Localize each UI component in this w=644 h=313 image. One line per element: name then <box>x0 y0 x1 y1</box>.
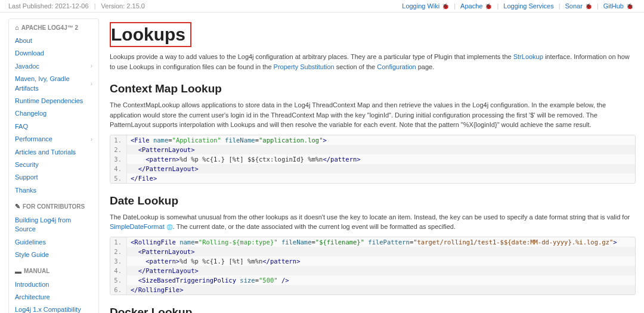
topbar-link[interactable]: Logging Wiki <box>402 2 439 10</box>
sidebar-item-label: Javadoc <box>15 62 39 71</box>
sidebar-item-label: FAQ <box>15 122 28 131</box>
code-line: 1.<RollingFile name="Rolling-${map:type}… <box>110 237 635 247</box>
version-label: Version: <box>101 2 125 10</box>
strlookup-link[interactable]: StrLookup <box>513 53 543 60</box>
sidebar-item[interactable]: Articles and Tutorials <box>15 146 92 159</box>
chevron-right-icon: › <box>91 62 92 70</box>
topbar-left: Last Published: 2021-12-06 | Version: 2.… <box>8 2 145 10</box>
line-number: 3. <box>110 256 127 266</box>
top-bar: Last Published: 2021-12-06 | Version: 2.… <box>0 0 644 13</box>
code-content: </PatternLayout> <box>127 266 202 275</box>
topbar-link[interactable]: Logging Services <box>503 2 553 10</box>
chevron-right-icon: › <box>91 80 92 88</box>
sidebar-item[interactable]: Support <box>15 171 92 184</box>
configuration-link[interactable]: Configuration <box>377 63 416 70</box>
version-value: 2.15.0 <box>126 2 145 10</box>
topbar-link[interactable]: GitHub <box>603 2 624 10</box>
book-icon: ▬ <box>15 268 21 275</box>
last-published-value: 2021-12-06 <box>55 2 88 10</box>
code-content: <SizeBasedTriggeringPolicy size="500" /> <box>127 275 293 285</box>
sidebar-item-label: Performance <box>15 135 52 144</box>
separator: | <box>94 2 96 10</box>
heading-context-map: Context Map Lookup <box>110 82 636 95</box>
last-published-label: Last Published: <box>8 2 53 10</box>
sidebar-item-label: About <box>15 36 32 45</box>
main-content: Lookups Lookups provide a way to add val… <box>110 18 636 313</box>
sidebar-item[interactable]: About <box>15 35 92 47</box>
sidebar-item-label: Changelog <box>15 109 47 118</box>
sidebar-item[interactable]: Maven, Ivy, Gradle Artifacts› <box>15 73 92 95</box>
context-map-paragraph: The ContextMapLookup allows applications… <box>110 100 636 130</box>
sidebar-item[interactable]: Security <box>15 159 92 171</box>
sidebar-section-contributors: ✎ FOR CONTRIBUTORS Building Log4j from S… <box>15 203 92 262</box>
code-content: <File name="Application" fileName="appli… <box>127 135 330 145</box>
sidebar-item[interactable]: Building Log4j from Source <box>15 214 92 236</box>
line-number: 1. <box>110 135 127 145</box>
sidebar-item-label: Log4j 1.x Compatibility <box>15 305 81 313</box>
line-number: 1. <box>110 237 127 247</box>
code-line: 4. </PatternLayout> <box>110 164 635 173</box>
separator: | <box>497 2 499 10</box>
page-title: Lookups <box>110 22 191 47</box>
sidebar-header-manual-label: MANUAL <box>24 268 49 274</box>
sidebar-item-label: Maven, Ivy, Gradle Artifacts <box>15 75 91 93</box>
sidebar-item-label: Architecture <box>15 293 50 302</box>
sidebar-item-label: Introduction <box>15 280 49 289</box>
bug-icon: 🐞 <box>442 3 449 10</box>
date-text-2: . The current date, or the date associat… <box>173 223 456 230</box>
sidebar-item-label: Articles and Tutorials <box>15 148 76 157</box>
code-line: 4. </PatternLayout> <box>110 266 635 275</box>
code-line: 2. <PatternLayout> <box>110 247 635 256</box>
sidebar-item-label: Download <box>15 49 44 58</box>
bug-icon: 🐞 <box>485 3 492 10</box>
sidebar-item[interactable]: FAQ <box>15 120 92 133</box>
sidebar-item[interactable]: Log4j 1.x Compatibility <box>15 303 92 313</box>
line-number: 5. <box>110 275 127 285</box>
date-text-1: The DateLookup is somewhat unusual from … <box>110 213 630 221</box>
line-number: 5. <box>110 173 127 183</box>
line-number: 4. <box>110 164 127 173</box>
sidebar-item-label: Thanks <box>15 186 36 195</box>
code-content: </PatternLayout> <box>127 164 202 173</box>
code-line: 3. <pattern>%d %p %c{1.} [%t] $${ctx:log… <box>110 154 635 164</box>
line-number: 4. <box>110 266 127 275</box>
sidebar-item-label: Support <box>15 173 38 182</box>
sidebar-item[interactable]: Changelog <box>15 107 92 120</box>
sidebar-item-label: Runtime Dependencies <box>15 97 83 106</box>
sidebar-item[interactable]: Performance› <box>15 133 92 145</box>
home-icon: ⌂ <box>15 24 19 31</box>
sidebar-item-label: Security <box>15 160 39 169</box>
topbar-link[interactable]: Sonar <box>565 2 583 10</box>
sidebar-item[interactable]: Download <box>15 47 92 60</box>
line-number: 2. <box>110 247 127 256</box>
sidebar-item[interactable]: Architecture <box>15 291 92 303</box>
code-line: 1.<File name="Application" fileName="app… <box>110 135 635 145</box>
sidebar-item[interactable]: Javadoc› <box>15 60 92 73</box>
code-line: 3. <pattern>%d %p %c{1.} [%t] %m%n</patt… <box>110 256 635 266</box>
code-content: </File> <box>127 173 160 183</box>
chevron-right-icon: › <box>91 135 92 144</box>
sidebar-header-contributors-label: FOR CONTRIBUTORS <box>23 203 85 210</box>
separator: | <box>559 2 561 10</box>
sidebar-item[interactable]: Runtime Dependencies <box>15 95 92 107</box>
topbar-link[interactable]: Apache <box>460 2 482 10</box>
code-line: 5. <SizeBasedTriggeringPolicy size="500"… <box>110 275 635 285</box>
sidebar-item[interactable]: Thanks <box>15 184 92 197</box>
sidebar-item[interactable]: Style Guide <box>15 249 92 261</box>
sidebar-item[interactable]: Guidelines <box>15 236 92 249</box>
code-line: 5.</File> <box>110 173 635 183</box>
sidebar-section-main: ⌂ APACHE LOG4J™ 2 AboutDownloadJavadoc›M… <box>15 24 92 197</box>
sidebar-item[interactable]: Introduction <box>15 278 92 291</box>
sidebar-header-main: ⌂ APACHE LOG4J™ 2 <box>15 24 92 31</box>
code-content: </RollingFile> <box>127 285 187 295</box>
line-number: 3. <box>110 154 127 164</box>
date-lookup-paragraph: The DateLookup is somewhat unusual from … <box>110 212 636 232</box>
code-content: <PatternLayout> <box>127 247 198 256</box>
property-substitution-link[interactable]: Property Substitution <box>274 63 335 70</box>
code-line: 6.</RollingFile> <box>110 285 635 295</box>
code-content: <pattern>%d %p %c{1.} [%t] %m%n</pattern… <box>127 256 304 266</box>
external-link-icon: 🌐 <box>166 224 173 230</box>
code-block-context: 1.<File name="Application" fileName="app… <box>110 135 636 184</box>
sidebar-item-label: Guidelines <box>15 238 46 247</box>
simpledateformat-link[interactable]: SimpleDateFormat <box>110 223 165 230</box>
